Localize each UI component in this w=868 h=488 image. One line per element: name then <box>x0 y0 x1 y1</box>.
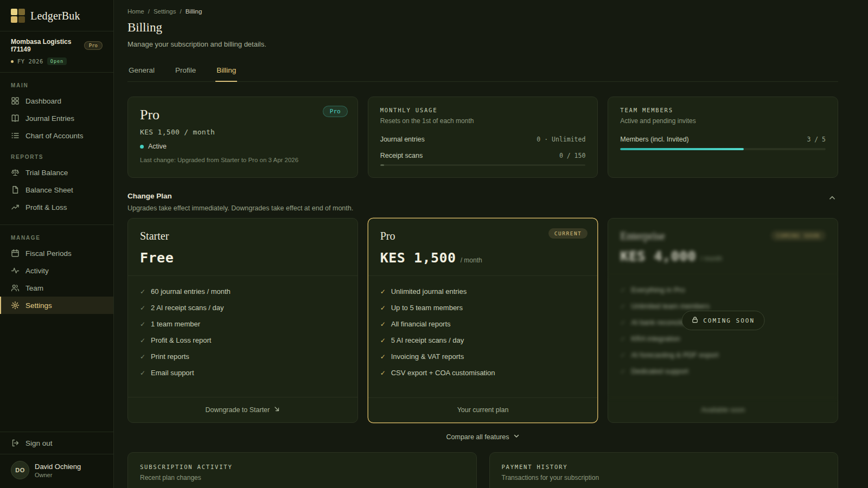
page-subtitle: Manage your subscription and billing det… <box>127 40 838 48</box>
user-role: Owner <box>35 472 81 478</box>
check-icon: ✓ <box>380 320 386 329</box>
sidebar: LedgerBuk Mombasa Logistics f71149 Pro F… <box>0 0 114 488</box>
user-name: David Ochieng <box>35 463 81 471</box>
history-cards: SUBSCRIPTION ACTIVITY Recent plan change… <box>127 452 838 488</box>
feature-item: Dedicated support <box>631 367 688 375</box>
nav-section-manage: MANAGE <box>11 235 103 241</box>
sidebar-item-balance-sheet[interactable]: Balance Sheet <box>0 181 113 198</box>
usage-journal-label: Journal entries <box>380 136 425 143</box>
sidebar-item-label: Activity <box>25 267 49 275</box>
feature-item: 1 team member <box>151 320 200 328</box>
team-subtitle: Active and pending invites <box>620 117 826 125</box>
feature-item: Up to 5 team members <box>391 304 463 312</box>
logout-icon <box>11 439 20 447</box>
org-plan-badge: Pro <box>84 41 103 50</box>
breadcrumb-separator: / <box>148 8 150 15</box>
feature-item: Print reports <box>151 352 189 361</box>
book-icon <box>11 114 20 123</box>
compare-all-features-button[interactable]: Compare all features <box>446 433 519 441</box>
sidebar-item-label: Trial Balance <box>25 169 68 177</box>
team-members-label: Members (incl. Invited) <box>620 136 688 143</box>
breadcrumb-separator: / <box>180 8 181 15</box>
compare-row: Compare all features <box>127 433 838 441</box>
check-icon: ✓ <box>140 352 145 362</box>
change-plan-title: Change Plan <box>127 192 353 200</box>
plan-last-change: Last change: Upgraded from Starter to Pr… <box>140 157 346 163</box>
current-plan-price: KES 1,500 / month <box>140 128 346 136</box>
check-icon: ✓ <box>620 351 626 360</box>
sidebar-item-label: Dashboard <box>25 97 61 105</box>
tab-billing[interactable]: Billing <box>215 61 237 81</box>
check-icon: ✓ <box>620 335 626 344</box>
sidebar-item-profit-loss[interactable]: Profit & Loss <box>0 198 113 216</box>
plan-card-pro: Pro CURRENT KES 1,500 / month ✓Unlimited… <box>368 218 598 423</box>
compare-label: Compare all features <box>446 433 509 441</box>
monthly-usage-card: MONTHLY USAGE Resets on the 1st of each … <box>368 97 598 178</box>
check-icon: ✓ <box>620 286 626 295</box>
enterprise-badge: COMING SOON <box>771 230 826 241</box>
fiscal-year: FY 2026 <box>17 58 43 65</box>
divider <box>0 224 113 225</box>
plan-card-starter: Starter Free ✓60 journal entries / month… <box>127 218 358 423</box>
logo-icon <box>11 9 25 23</box>
sidebar-item-label: Journal Entries <box>25 114 74 123</box>
starter-plan-price: Free <box>140 250 174 266</box>
collapse-plans-button[interactable] <box>826 192 838 206</box>
fiscal-year-status-badge: Open <box>47 57 67 65</box>
check-icon: ✓ <box>380 369 386 378</box>
team-members-progress <box>620 148 826 150</box>
calendar-icon <box>11 249 20 258</box>
feature-item: CSV export + COA customisation <box>391 369 495 377</box>
sidebar-item-settings[interactable]: Settings <box>0 297 113 314</box>
lock-icon <box>691 316 698 325</box>
usage-scans-value: 0 / 150 <box>559 152 585 159</box>
sidebar-item-team[interactable]: Team <box>0 279 113 297</box>
downgrade-label: Downgrade to Starter <box>205 406 270 414</box>
feature-item: Email support <box>151 369 194 377</box>
chevron-up-icon <box>828 194 836 204</box>
current-plan-status: Active <box>148 143 167 150</box>
feature-item: All financial reports <box>391 320 451 328</box>
breadcrumb-settings[interactable]: Settings <box>154 8 176 15</box>
check-icon: ✓ <box>620 302 626 311</box>
sidebar-item-fiscal-periods[interactable]: Fiscal Periods <box>0 245 113 262</box>
activity-icon <box>11 266 20 275</box>
receipt-scans-progress <box>380 164 586 166</box>
scale-icon <box>11 168 20 177</box>
sidebar-item-dashboard[interactable]: Dashboard <box>0 92 113 110</box>
fiscal-year-dot <box>11 60 14 63</box>
feature-item: Unlimited journal entries <box>391 287 467 296</box>
sidebar-item-label: Profit & Loss <box>25 203 67 211</box>
sidebar-item-activity[interactable]: Activity <box>0 262 113 279</box>
feature-item: 2 AI receipt scans / day <box>151 304 224 312</box>
downgrade-to-starter-button[interactable]: Downgrade to Starter <box>128 397 358 422</box>
sign-out-button[interactable]: Sign out <box>0 432 113 454</box>
current-plan-name: Pro <box>140 107 346 123</box>
usage-journal-value: 0 · Unlimited <box>537 136 585 143</box>
check-icon: ✓ <box>140 369 145 378</box>
feature-item: 5 AI receipt scans / day <box>391 336 464 344</box>
tab-profile[interactable]: Profile <box>174 61 197 81</box>
sidebar-item-trial-balance[interactable]: Trial Balance <box>0 164 113 181</box>
sidebar-item-label: Chart of Accounts <box>25 132 84 140</box>
user-profile[interactable]: DO David Ochieng Owner <box>0 454 113 488</box>
tab-general[interactable]: General <box>127 61 156 81</box>
team-members-card: TEAM MEMBERS Active and pending invites … <box>608 97 838 178</box>
payment-history-subtitle: Transactions for your subscription <box>502 474 826 481</box>
plan-card-enterprise: Enterprise COMING SOON KES 4,000 / month… <box>608 218 838 423</box>
change-plan-header: Change Plan Upgrades take effect immedia… <box>127 192 838 212</box>
logo: LedgerBuk <box>0 0 113 31</box>
payment-history-title: PAYMENT HISTORY <box>502 464 826 470</box>
trend-up-icon <box>11 203 20 211</box>
sidebar-item-label: Balance Sheet <box>25 186 73 194</box>
current-plan-card: Pro Pro KES 1,500 / month Active Last ch… <box>127 97 358 178</box>
page-title: Billing <box>127 21 838 35</box>
nav-section-main: MAIN <box>11 82 103 88</box>
sidebar-item-journal-entries[interactable]: Journal Entries <box>0 110 113 127</box>
sidebar-item-chart-of-accounts[interactable]: Chart of Accounts <box>0 127 113 144</box>
current-plan-footer: Your current plan <box>368 397 598 422</box>
enterprise-feature-list: ✓Everything in Pro ✓Unlimited team membe… <box>620 274 826 397</box>
breadcrumb-home[interactable]: Home <box>127 8 144 15</box>
enterprise-footer: Available soon <box>608 397 838 422</box>
usage-subtitle: Resets on the 1st of each month <box>380 117 586 125</box>
